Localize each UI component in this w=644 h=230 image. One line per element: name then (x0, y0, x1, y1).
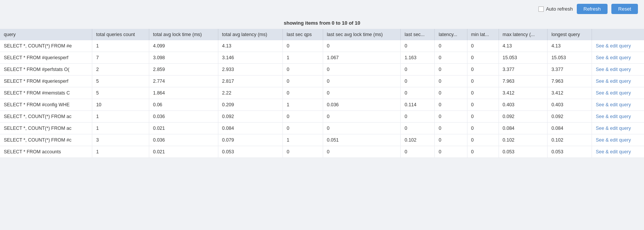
see-edit-query-link[interactable]: See & edit query (596, 126, 631, 131)
cell-total-avg-latency: 0.079 (218, 134, 283, 146)
cell-see-edit-query[interactable]: See & edit query (592, 76, 644, 87)
cell-see-edit-query[interactable]: See & edit query (592, 40, 644, 52)
cell-see-edit-query[interactable]: See & edit query (592, 134, 644, 146)
cell-last-sec-avg-lock: 0 (323, 146, 401, 158)
cell-max-latency: 0.092 (499, 111, 548, 123)
cell-longest-query: 0.084 (548, 123, 592, 134)
cell-query: SELECT *, COUNT(*) FROM ac (0, 123, 92, 134)
cell-latency: 0 (435, 146, 467, 158)
cell-longest-query: 0.102 (548, 134, 592, 146)
cell-query: SELECT * FROM #perfstats O( (0, 64, 92, 76)
see-edit-query-link[interactable]: See & edit query (596, 79, 631, 84)
cell-last-sec-avg-lock: 1.067 (323, 52, 401, 64)
reset-button[interactable]: Reset (611, 4, 638, 14)
col-last-sec-qps: last sec qps (283, 29, 323, 40)
cell-see-edit-query[interactable]: See & edit query (592, 111, 644, 123)
cell-total-queries-count: 5 (92, 87, 149, 99)
cell-see-edit-query[interactable]: See & edit query (592, 64, 644, 76)
cell-see-edit-query[interactable]: See & edit query (592, 123, 644, 134)
cell-longest-query: 7.963 (548, 76, 592, 87)
cell-min-lat: 0 (467, 146, 499, 158)
table-wrapper: query total queries count total avg lock… (0, 29, 644, 158)
cell-last-sec-qps: 0 (283, 123, 323, 134)
cell-total-queries-count: 5 (92, 76, 149, 87)
cell-total-avg-lock-time: 0.021 (149, 146, 218, 158)
cell-total-avg-lock-time: 0.021 (149, 123, 218, 134)
cell-last-sec-qps: 1 (283, 134, 323, 146)
cell-see-edit-query[interactable]: See & edit query (592, 146, 644, 158)
cell-last-sec: 0 (401, 40, 435, 52)
cell-latency: 0 (435, 40, 467, 52)
cell-longest-query: 0.403 (548, 99, 592, 111)
cell-last-sec-qps: 0 (283, 76, 323, 87)
see-edit-query-link[interactable]: See & edit query (596, 43, 631, 49)
cell-max-latency: 4.13 (499, 40, 548, 52)
cell-query: SELECT *, COUNT(*) FROM #c (0, 134, 92, 146)
see-edit-query-link[interactable]: See & edit query (596, 67, 631, 72)
cell-last-sec: 0 (401, 123, 435, 134)
cell-total-queries-count: 1 (92, 123, 149, 134)
table-body: SELECT *, COUNT(*) FROM #e14.0994.130000… (0, 40, 644, 158)
cell-longest-query: 3.377 (548, 64, 592, 76)
col-total-avg-lock-time: total avg lock time (ms) (149, 29, 218, 40)
see-edit-query-link[interactable]: See & edit query (596, 114, 631, 119)
cell-last-sec: 0 (401, 64, 435, 76)
col-total-queries-count: total queries count (92, 29, 149, 40)
table-row: SELECT *, COUNT(*) FROM ac10.0210.084000… (0, 123, 644, 134)
cell-min-lat: 0 (467, 99, 499, 111)
cell-total-avg-lock-time: 1.864 (149, 87, 218, 99)
cell-last-sec-avg-lock: 0 (323, 76, 401, 87)
cell-total-queries-count: 1 (92, 146, 149, 158)
cell-last-sec-qps: 0 (283, 40, 323, 52)
cell-max-latency: 0.403 (499, 99, 548, 111)
cell-see-edit-query[interactable]: See & edit query (592, 99, 644, 111)
cell-last-sec: 0 (401, 111, 435, 123)
cell-last-sec: 0.102 (401, 134, 435, 146)
table-row: SELECT *, COUNT(*) FROM #c30.0360.07910.… (0, 134, 644, 146)
auto-refresh-label: Auto refresh (538, 6, 573, 12)
cell-total-avg-lock-time: 0.036 (149, 111, 218, 123)
see-edit-query-link[interactable]: See & edit query (596, 55, 631, 60)
refresh-button[interactable]: Refresh (577, 4, 608, 14)
cell-total-queries-count: 3 (92, 134, 149, 146)
see-edit-query-link[interactable]: See & edit query (596, 102, 631, 107)
cell-min-lat: 0 (467, 123, 499, 134)
cell-longest-query: 0.092 (548, 111, 592, 123)
showing-info: showing items from 0 to 10 of 10 (0, 18, 644, 29)
cell-last-sec-qps: 1 (283, 52, 323, 64)
cell-latency: 0 (435, 111, 467, 123)
cell-query: SELECT *, COUNT(*) FROM ac (0, 111, 92, 123)
see-edit-query-link[interactable]: See & edit query (596, 90, 631, 96)
cell-total-avg-lock-time: 0.036 (149, 134, 218, 146)
cell-query: SELECT * FROM #queriesperf (0, 76, 92, 87)
see-edit-query-link[interactable]: See & edit query (596, 137, 631, 143)
cell-longest-query: 3.412 (548, 87, 592, 99)
cell-total-avg-lock-time: 3.098 (149, 52, 218, 64)
cell-last-sec-avg-lock: 0 (323, 123, 401, 134)
cell-query: SELECT * FROM #queriesperf (0, 52, 92, 64)
table-row: SELECT * FROM #queriesperf52.7742.817000… (0, 76, 644, 87)
table-header: query total queries count total avg lock… (0, 29, 644, 40)
cell-latency: 0 (435, 64, 467, 76)
table-row: SELECT * FROM #config WHE100.060.20910.0… (0, 99, 644, 111)
cell-latency: 0 (435, 52, 467, 64)
cell-last-sec-avg-lock: 0 (323, 64, 401, 76)
cell-query: SELECT * FROM accounts (0, 146, 92, 158)
cell-min-lat: 0 (467, 76, 499, 87)
cell-min-lat: 0 (467, 64, 499, 76)
cell-last-sec: 0 (401, 76, 435, 87)
auto-refresh-checkbox[interactable] (538, 6, 544, 12)
cell-min-lat: 0 (467, 40, 499, 52)
col-longest-query: longest query (548, 29, 592, 40)
cell-latency: 0 (435, 99, 467, 111)
cell-total-avg-latency: 0.084 (218, 123, 283, 134)
cell-total-queries-count: 7 (92, 52, 149, 64)
cell-see-edit-query[interactable]: See & edit query (592, 52, 644, 64)
cell-latency: 0 (435, 87, 467, 99)
col-last-sec-avg-lock: last sec avg lock time (ms) (323, 29, 401, 40)
cell-see-edit-query[interactable]: See & edit query (592, 87, 644, 99)
see-edit-query-link[interactable]: See & edit query (596, 149, 631, 154)
cell-max-latency: 3.412 (499, 87, 548, 99)
cell-latency: 0 (435, 76, 467, 87)
cell-total-avg-latency: 0.053 (218, 146, 283, 158)
